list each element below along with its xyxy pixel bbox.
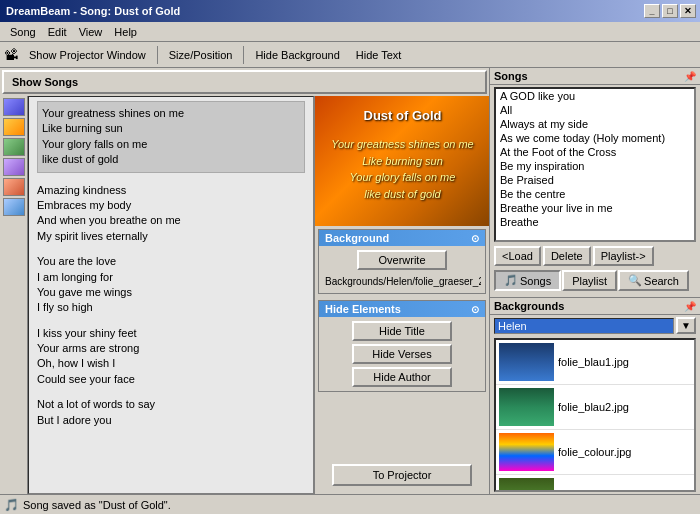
menu-edit[interactable]: Edit [42, 24, 73, 40]
verse-2: Amazing kindnessEmbraces my bodyAnd when… [37, 183, 305, 245]
preview-image: Dust of Gold Your greatness shines on me… [315, 96, 489, 226]
playlist-btn[interactable]: Playlist-> [593, 246, 654, 266]
songs-panel-title: Songs [494, 70, 528, 82]
hide-text-btn[interactable]: Hide Text [349, 44, 409, 66]
right-sub-panel: Dust of Gold Your greatness shines on me… [314, 96, 489, 494]
preview-lyrics: Your greatness shines on me Like burning… [315, 136, 489, 202]
song-item-8[interactable]: Breathe your live in me [496, 201, 694, 215]
app-title: DreamBeam - Song: Dust of Gold [6, 5, 180, 17]
status-message: Song saved as "Dust of Gold". [23, 499, 171, 511]
background-panel-content: Overwrite Backgrounds/Helen/folie_graese… [319, 246, 485, 293]
bg-thumbnails[interactable]: folie_blau1.jpg folie_blau2.jpg folie_co… [494, 338, 696, 492]
hide-elements-header: Hide Elements ⊙ [319, 301, 485, 317]
song-item-6[interactable]: Be Praised [496, 173, 694, 187]
bg-label-1: folie_blau2.jpg [558, 401, 629, 413]
delete-btn[interactable]: Delete [543, 246, 591, 266]
song-item-9[interactable]: Breathe [496, 215, 694, 229]
title-bar: DreamBeam - Song: Dust of Gold _ □ ✕ [0, 0, 700, 22]
songs-tab-icon: 🎵 [504, 274, 518, 287]
menu-song[interactable]: Song [4, 24, 42, 40]
songs-panel-header: Songs 📌 [490, 68, 700, 85]
songs-listbox[interactable]: A GOD like you All Always at my side As … [494, 87, 696, 242]
toolbar-sep-1 [157, 46, 158, 64]
bg-thumb-row-0[interactable]: folie_blau1.jpg [496, 340, 694, 385]
bg-filename: Backgrounds/Helen/folie_graeser_2.jpg [323, 274, 481, 289]
thumb-6[interactable] [3, 198, 25, 216]
song-item-7[interactable]: Be the centre [496, 187, 694, 201]
song-item-3[interactable]: As we come today (Holy moment) [496, 131, 694, 145]
menu-view[interactable]: View [73, 24, 109, 40]
bg-search-row: ▼ [490, 315, 700, 336]
bg-thumb-3 [499, 478, 554, 492]
show-projector-btn[interactable]: Show Projector Window [22, 44, 153, 66]
size-position-btn[interactable]: Size/Position [162, 44, 240, 66]
song-item-4[interactable]: At the Foot of the Cross [496, 145, 694, 159]
status-icon: 🎵 [4, 498, 19, 512]
overwrite-btn[interactable]: Overwrite [357, 250, 447, 270]
verse-4: I kiss your shiny feetYour arms are stro… [37, 326, 305, 388]
menu-help[interactable]: Help [108, 24, 143, 40]
song-item-2[interactable]: Always at my side [496, 117, 694, 131]
bg-label-0: folie_blau1.jpg [558, 356, 629, 368]
main-area: Show Songs Your greatness shines on meLi… [0, 68, 700, 494]
tab-playlist[interactable]: Playlist [562, 270, 617, 291]
search-tab-icon: 🔍 [628, 274, 642, 287]
close-btn[interactable]: ✕ [680, 4, 696, 18]
bg-thumb-0 [499, 343, 554, 381]
thumb-4[interactable] [3, 158, 25, 176]
bg-label-3: folie_graeser_1.jpg [558, 491, 652, 492]
song-item-1[interactable]: All [496, 103, 694, 117]
bg-thumb-1 [499, 388, 554, 426]
maximize-btn[interactable]: □ [662, 4, 678, 18]
bg-thumb-2 [499, 433, 554, 471]
toolbar: 📽 Show Projector Window Size/Position Hi… [0, 42, 700, 68]
thumb-1[interactable] [3, 98, 25, 116]
preview-title: Dust of Gold [315, 108, 489, 123]
thumb-5[interactable] [3, 178, 25, 196]
hide-elements-title: Hide Elements [325, 303, 401, 315]
load-btn[interactable]: <Load [494, 246, 541, 266]
verse-1: Your greatness shines on meLike burning … [37, 101, 305, 173]
bg-dropdown-btn[interactable]: ▼ [676, 317, 696, 334]
lyrics-sidebar [0, 96, 28, 494]
thumb-2[interactable] [3, 118, 25, 136]
verse-3: You are the loveI am longing forYou gave… [37, 254, 305, 316]
toolbar-sep-2 [243, 46, 244, 64]
backgrounds-pin-icon[interactable]: 📌 [684, 301, 696, 312]
backgrounds-panel-header: Backgrounds 📌 [490, 297, 700, 315]
backgrounds-title: Backgrounds [494, 300, 564, 312]
tab-songs[interactable]: 🎵 Songs [494, 270, 561, 291]
background-panel: Background ⊙ Overwrite Backgrounds/Helen… [318, 229, 486, 294]
tab-search[interactable]: 🔍 Search [618, 270, 689, 291]
content-area: Your greatness shines on meLike burning … [0, 96, 489, 494]
hide-author-btn[interactable]: Hide Author [352, 367, 452, 387]
thumb-3[interactable] [3, 138, 25, 156]
left-panel: Show Songs Your greatness shines on meLi… [0, 68, 490, 494]
minimize-btn[interactable]: _ [644, 4, 660, 18]
window-controls: _ □ ✕ [644, 4, 696, 18]
songs-pin-icon[interactable]: 📌 [684, 71, 696, 82]
song-item-5[interactable]: Be my inspiration [496, 159, 694, 173]
verse-5: Not a lot of words to sayBut I adore you [37, 397, 305, 428]
right-panel: Songs 📌 A GOD like you All Always at my … [490, 68, 700, 494]
bg-thumb-row-3[interactable]: folie_graeser_1.jpg [496, 475, 694, 492]
menu-bar: Song Edit View Help [0, 22, 700, 42]
bg-label-2: folie_colour.jpg [558, 446, 631, 458]
search-tab-label: Search [644, 275, 679, 287]
background-panel-title: Background [325, 232, 389, 244]
songs-actions: <Load Delete Playlist-> [490, 244, 700, 268]
hide-title-btn[interactable]: Hide Title [352, 321, 452, 341]
lyrics-area[interactable]: Your greatness shines on meLike burning … [28, 96, 314, 494]
bg-search-input[interactable] [494, 318, 674, 334]
bg-thumb-row-2[interactable]: folie_colour.jpg [496, 430, 694, 475]
hide-elements-content: Hide Title Hide Verses Hide Author [319, 317, 485, 391]
bg-thumb-row-1[interactable]: folie_blau2.jpg [496, 385, 694, 430]
background-collapse-btn[interactable]: ⊙ [471, 233, 479, 244]
background-panel-header: Background ⊙ [319, 230, 485, 246]
hide-verses-btn[interactable]: Hide Verses [352, 344, 452, 364]
song-item-0[interactable]: A GOD like you [496, 89, 694, 103]
projector-icon: 📽 [4, 47, 18, 63]
hide-elements-collapse-btn[interactable]: ⊙ [471, 304, 479, 315]
hide-background-btn[interactable]: Hide Background [248, 44, 346, 66]
to-projector-btn[interactable]: To Projector [332, 464, 472, 486]
